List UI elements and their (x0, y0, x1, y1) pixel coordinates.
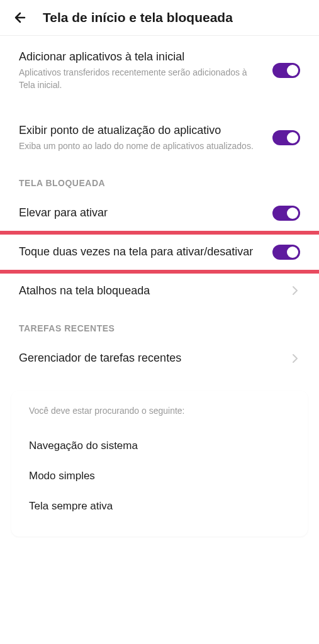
toggle-add-apps[interactable] (272, 63, 300, 78)
toggle-update-dot[interactable] (272, 130, 300, 145)
setting-title: Adicionar aplicativos à tela inicial (19, 50, 262, 64)
setting-title: Exibir ponto de atualização do aplicativ… (19, 123, 262, 138)
setting-title: Gerenciador de tarefas recentes (19, 351, 280, 365)
page-title: Tela de início e tela bloqueada (43, 10, 233, 25)
section-header-lockscreen: TELA BLOQUEADA (0, 163, 319, 196)
chevron-right-icon (290, 286, 300, 296)
toggle-raise-to-wake[interactable] (272, 206, 300, 221)
suggestions-card: Você deve estar procurando o seguinte: N… (11, 391, 308, 536)
setting-update-dot[interactable]: Exibir ponto de atualização do aplicativ… (0, 113, 319, 163)
suggestion-item[interactable]: Modo simples (29, 461, 290, 491)
setting-title: Elevar para ativar (19, 206, 262, 220)
setting-subtitle: Exiba um ponto ao lado do nome de aplica… (19, 140, 262, 153)
setting-add-apps[interactable]: Adicionar aplicativos à tela inicial Apl… (0, 40, 319, 102)
highlighted-row: Toque duas vezes na tela para ativar/des… (0, 231, 319, 274)
back-icon[interactable] (13, 10, 28, 25)
setting-title: Toque duas vezes na tela para ativar/des… (19, 245, 262, 259)
suggestion-item[interactable]: Navegação do sistema (29, 431, 290, 461)
suggestion-item[interactable]: Tela sempre ativa (29, 491, 290, 521)
setting-subtitle: Aplicativos transferidos recentemente se… (19, 67, 262, 91)
suggestions-header: Você deve estar procurando o seguinte: (29, 406, 290, 416)
setting-task-manager[interactable]: Gerenciador de tarefas recentes (0, 341, 319, 375)
setting-title: Atalhos na tela bloqueada (19, 284, 280, 298)
chevron-right-icon (290, 353, 300, 364)
toggle-double-tap[interactable] (272, 245, 300, 260)
setting-double-tap[interactable]: Toque duas vezes na tela para ativar/des… (0, 235, 319, 270)
settings-list: Adicionar aplicativos à tela inicial Apl… (0, 36, 319, 536)
header: Tela de início e tela bloqueada (0, 0, 319, 36)
setting-raise-to-wake[interactable]: Elevar para ativar (0, 196, 319, 231)
section-header-recent-tasks: TAREFAS RECENTES (0, 308, 319, 341)
setting-shortcuts[interactable]: Atalhos na tela bloqueada (0, 274, 319, 308)
